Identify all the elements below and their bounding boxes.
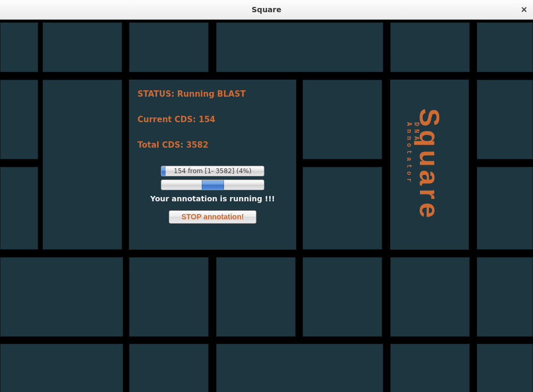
titlebar: Square × [0,0,533,20]
bg-tile [216,257,296,337]
bg-tile [0,257,123,337]
status-panel: STATUS: Running BLAST Current CDS: 154 T… [129,80,296,250]
bg-tile [477,80,533,159]
bg-tile [477,257,533,337]
bg-tile [303,167,382,250]
bg-tile [42,22,122,72]
window-title: Square [252,5,281,14]
progress-text: 154 from [1- 3582] (4%) [161,166,264,176]
bg-tile [0,80,38,159]
bg-tile [390,22,470,72]
main-area: STATUS: Running BLAST Current CDS: 154 T… [0,20,533,392]
progress-chunk [202,180,224,190]
bg-tile [390,344,470,392]
bg-tile [477,344,533,392]
bg-tile [129,22,209,72]
bg-tile [129,344,209,392]
logo-title: Square [416,108,443,221]
bg-tile [390,257,470,337]
bg-tile [477,22,533,72]
bg-tile [0,344,123,392]
close-icon[interactable]: × [521,5,528,14]
progress-block: 154 from [1- 3582] (4%) Your annotation … [137,166,288,224]
bg-tile [0,22,38,72]
total-cds-line: Total CDS: 3582 [137,140,288,150]
bg-tile [216,344,383,392]
current-cds-line: Current CDS: 154 [137,115,288,124]
progress-bar-cds: 154 from [1- 3582] (4%) [161,166,264,176]
bg-tile [216,22,383,72]
stop-annotation-button[interactable]: STOP annotation! [169,210,256,224]
status-line: STATUS: Running BLAST [137,89,288,99]
bg-tile [303,257,382,337]
bg-tile [129,257,209,337]
bg-tile [477,167,533,250]
progress-bar-activity [161,180,264,190]
running-text: Your annotation is running !!! [137,194,288,203]
logo-panel: DNA Annotator Square [390,80,469,250]
bg-tile [42,80,122,250]
bg-tile [303,80,382,159]
bg-tile [0,167,38,250]
